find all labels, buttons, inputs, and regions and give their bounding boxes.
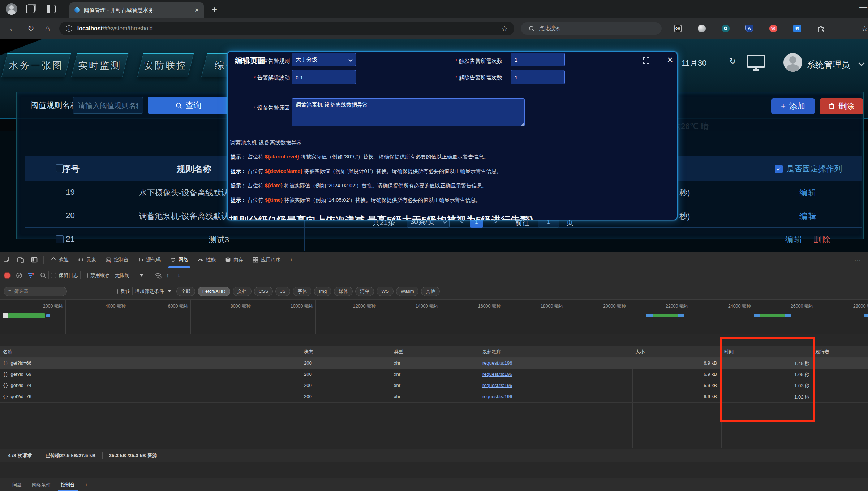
refresh-icon[interactable]: ↻ (27, 25, 34, 32)
request-initiator-link[interactable]: request.ts:196 (482, 383, 512, 388)
inspect-element-icon[interactable] (0, 257, 14, 263)
rule-filter-input[interactable] (73, 97, 143, 114)
extensions-puzzle-icon[interactable] (817, 25, 825, 32)
close-tab-icon[interactable]: × (195, 7, 199, 13)
extension-mask-icon[interactable]: oo (674, 25, 682, 32)
timeline-gridline (628, 300, 628, 334)
network-overview-timeline[interactable]: 2000 毫秒4000 毫秒6000 毫秒8000 毫秒10000 毫秒1200… (0, 300, 868, 334)
release-count-input[interactable] (511, 70, 565, 84)
drawer-tab-网络条件[interactable]: 网络条件 (27, 478, 56, 491)
throttle-dropdown-icon[interactable] (140, 274, 143, 277)
request-filter-pill-Img[interactable]: Img (314, 287, 331, 296)
request-filter-pill-媒体[interactable]: 媒体 (334, 287, 353, 296)
back-icon[interactable]: ← (9, 25, 17, 32)
devtools-tab-性能[interactable]: 性能 (193, 252, 220, 268)
request-filter-pill-Wasm[interactable]: Wasm (396, 287, 418, 296)
row-delete-link[interactable]: 删除 (813, 234, 832, 245)
row-edit-link[interactable]: 编辑 (799, 187, 817, 198)
fixed-column-toggle[interactable]: ✓ 是否固定操作列 (756, 164, 861, 174)
user-menu-chevron-icon[interactable] (859, 60, 865, 66)
close-dialog-icon[interactable]: × (667, 54, 673, 66)
table-row[interactable]: 21测试3编辑删除 (25, 228, 862, 251)
devtools-tab-应用程序[interactable]: 应用程序 (248, 252, 285, 268)
profile-avatar[interactable] (6, 3, 17, 15)
extension-shield-icon[interactable]: % (745, 25, 753, 32)
devtools-tab-源代码[interactable]: 源代码 (133, 252, 166, 268)
query-button[interactable]: 查询 (148, 97, 229, 114)
devtools-tab-元素[interactable]: 元素 (73, 252, 101, 268)
fullscreen-monitor-icon[interactable] (747, 55, 765, 68)
more-filters-dropdown-icon[interactable] (168, 290, 171, 292)
request-initiator-link[interactable]: request.ts:196 (482, 394, 512, 399)
search-network-icon[interactable] (40, 272, 46, 278)
invert-checkbox[interactable] (113, 289, 118, 294)
minimize-icon[interactable]: — (859, 3, 867, 11)
fullscreen-icon[interactable] (643, 57, 650, 64)
more-filters-label[interactable]: 增加筛选条件 (135, 288, 164, 295)
home-icon[interactable]: ⌂ (45, 25, 50, 32)
drawer-add-tab-button[interactable]: + (80, 478, 93, 491)
browser-essentials-icon[interactable]: ☆ (861, 25, 868, 32)
request-filter-pill-Fetch/XHR[interactable]: Fetch/XHR (198, 287, 230, 296)
import-har-icon[interactable]: ↑ (166, 272, 169, 279)
timeline-tick-label: 2000 毫秒 (23, 303, 63, 309)
reason-textarea[interactable]: 调蓄池泵机-设备离线数据异常 (292, 98, 525, 126)
rule-select[interactable]: 大于分级... (292, 53, 356, 66)
header-refresh-icon[interactable]: ↻ (729, 57, 736, 66)
throttle-select[interactable]: 无限制 (115, 272, 130, 279)
url-field[interactable]: i localhost /#/system/threshold ☆ (59, 22, 514, 35)
browser-tab[interactable]: 阈值管理 - 开封古城智慧水务 × (69, 2, 204, 18)
network-conditions-icon[interactable] (154, 272, 162, 279)
request-initiator-link[interactable]: request.ts:196 (482, 371, 512, 377)
workspaces-icon[interactable] (26, 5, 35, 13)
record-network-log-icon[interactable] (4, 273, 10, 278)
clear-network-log-icon[interactable] (16, 272, 22, 279)
more-panels-button[interactable]: + (285, 252, 297, 268)
preserve-log-checkbox[interactable] (51, 273, 56, 278)
drawer-tab-控制台[interactable]: 控制台 (56, 478, 80, 491)
new-tab-icon[interactable]: + (212, 5, 217, 14)
device-toolbar-icon[interactable] (14, 257, 27, 263)
devtools-tab-内存[interactable]: 内存 (220, 252, 248, 268)
request-filter-pill-其他[interactable]: 其他 (421, 287, 440, 296)
trigger-count-input[interactable] (511, 53, 565, 66)
extension-sphere-icon[interactable] (698, 25, 706, 32)
split-tab-icon[interactable] (47, 5, 56, 13)
filter-input[interactable]: ≡ 筛选器 (4, 287, 67, 296)
devtools-drawer-tab-bar: 问题网络条件控制台 + (0, 478, 868, 491)
delete-button[interactable]: 删除 (820, 98, 863, 114)
devtools-menu-icon[interactable]: ⋯ (854, 256, 861, 264)
search-box[interactable]: 点此搜索 (521, 22, 662, 35)
user-name[interactable]: 系统管理员 (807, 59, 850, 70)
filter-icon[interactable] (27, 272, 34, 279)
request-filter-pill-WS[interactable]: WS (377, 287, 394, 296)
extension-teal-icon[interactable]: ✿ (722, 25, 730, 32)
page-info-icon[interactable]: i (66, 25, 72, 32)
drawer-tab-问题[interactable]: 问题 (7, 478, 27, 491)
extension-gou-icon[interactable]: 购 (793, 25, 801, 32)
nav-tab-1[interactable]: 水务一张图 (1, 53, 71, 77)
user-avatar[interactable] (783, 53, 802, 72)
disable-cache-checkbox[interactable] (83, 273, 88, 278)
devtools-tab-控制台[interactable]: 控制台 (101, 252, 133, 268)
devtools-tab-欢迎[interactable]: 欢迎 (46, 252, 73, 268)
devtools-tab-网络[interactable]: 网络 (166, 252, 193, 268)
dock-side-icon[interactable] (27, 257, 41, 263)
wave-input[interactable] (292, 70, 356, 84)
fixed-column-checkbox[interactable]: ✓ (775, 165, 783, 173)
request-filter-pill-字体[interactable]: 字体 (293, 287, 311, 296)
export-har-icon[interactable]: ↓ (177, 272, 180, 279)
row-edit-link[interactable]: 编辑 (785, 234, 803, 245)
add-button[interactable]: +添加 (771, 98, 815, 114)
favorite-star-icon[interactable]: ☆ (501, 24, 508, 33)
request-initiator-link[interactable]: request.ts:196 (482, 360, 512, 366)
request-filter-pill-JS[interactable]: JS (275, 287, 290, 296)
request-filter-pill-文档[interactable]: 文档 (233, 287, 252, 296)
nav-tab-2[interactable]: 实时监测 (71, 53, 128, 77)
request-filter-pill-清单[interactable]: 清单 (355, 287, 374, 296)
request-filter-pill-全部[interactable]: 全部 (176, 287, 195, 296)
request-filter-pill-CSS[interactable]: CSS (254, 287, 273, 296)
nav-tab-3[interactable]: 安防联控 (137, 53, 194, 77)
extension-yd-icon[interactable]: yd (769, 25, 777, 32)
textarea-resize-handle[interactable] (520, 123, 524, 126)
